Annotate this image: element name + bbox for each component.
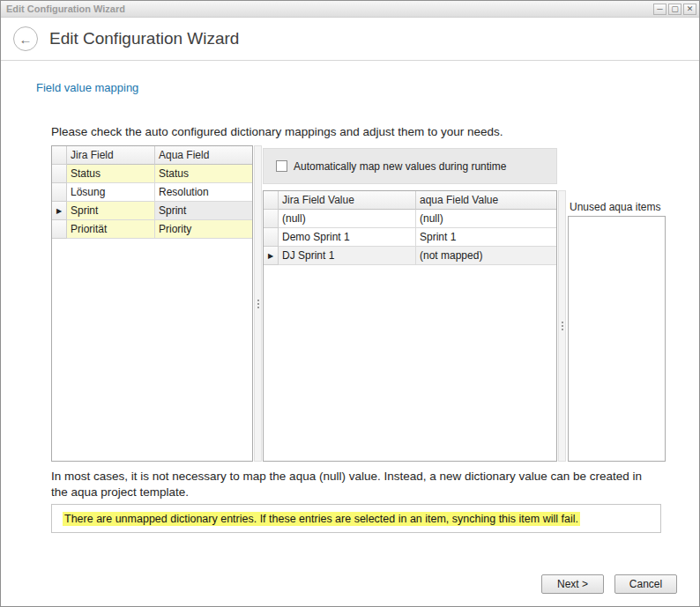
cell-aqua-field[interactable]: Status xyxy=(155,165,252,183)
cell-jira-value[interactable]: (null) xyxy=(279,210,416,228)
titlebar-title: Edit Configuration Wizard xyxy=(6,4,125,14)
table-row[interactable]: Lösung Resolution xyxy=(52,183,252,202)
cell-jira-field[interactable]: Sprint xyxy=(67,202,155,220)
table-row[interactable]: Demo Sprint 1 Sprint 1 xyxy=(264,228,556,247)
cell-aqua-field[interactable]: Resolution xyxy=(155,183,252,202)
runtime-map-checkbox[interactable] xyxy=(276,160,287,172)
next-button[interactable]: Next > xyxy=(541,574,604,594)
titlebar: Edit Configuration Wizard ─ ▢ ✕ xyxy=(1,1,699,18)
runtime-mapping-panel: Automatically map new values during runt… xyxy=(263,148,557,184)
row-marker[interactable] xyxy=(52,220,67,239)
cell-jira-value[interactable]: Demo Sprint 1 xyxy=(279,228,416,247)
row-marker-arrow-icon: ▶ xyxy=(56,207,62,215)
field-table-header: Jira Field Aqua Field xyxy=(52,146,252,165)
back-arrow-icon: ← xyxy=(19,32,33,47)
row-marker[interactable] xyxy=(264,210,279,228)
table-row[interactable]: ▶ DJ Sprint 1 (not mapped) xyxy=(264,247,556,265)
minimize-icon[interactable]: ─ xyxy=(653,4,666,15)
table-row[interactable]: ▶ Sprint Sprint xyxy=(52,202,252,220)
table-row[interactable]: Status Status xyxy=(52,165,252,183)
value-table-header: Jira Field Value aqua Field Value xyxy=(264,191,556,210)
cell-aqua-value[interactable]: (null) xyxy=(416,210,556,228)
note-text: In most cases, it is not necessary to ma… xyxy=(51,469,661,500)
row-header-corner xyxy=(264,191,279,210)
cell-aqua-value[interactable]: Sprint 1 xyxy=(416,228,556,247)
row-marker[interactable] xyxy=(52,165,67,183)
cell-aqua-value[interactable]: (not mapped) xyxy=(416,247,556,265)
warning-box: There are unmapped dictionary entries. I… xyxy=(51,504,661,533)
close-icon[interactable]: ✕ xyxy=(683,4,696,15)
runtime-map-checkbox-label[interactable]: Automatically map new values during runt… xyxy=(294,160,506,173)
vertical-splitter[interactable] xyxy=(254,145,262,462)
wizard-window: Edit Configuration Wizard ─ ▢ ✕ ← Edit C… xyxy=(0,0,700,607)
vertical-splitter[interactable] xyxy=(558,190,566,462)
row-marker[interactable] xyxy=(52,183,67,202)
column-header-jira-field[interactable]: Jira Field xyxy=(67,146,155,165)
back-button[interactable]: ← xyxy=(13,26,38,51)
unused-aqua-items-label: Unused aqua items xyxy=(570,201,660,213)
column-header-aqua-field-value[interactable]: aqua Field Value xyxy=(416,191,556,210)
warning-text: There are unmapped dictionary entries. I… xyxy=(63,512,580,526)
row-marker-arrow-icon: ▶ xyxy=(268,252,273,260)
window-controls: ─ ▢ ✕ xyxy=(653,4,696,15)
value-mapping-table: Jira Field Value aqua Field Value (null)… xyxy=(263,190,557,462)
table-row[interactable]: (null) (null) xyxy=(264,210,556,228)
cell-jira-field[interactable]: Priorität xyxy=(67,220,155,239)
splitter-grip-icon xyxy=(562,322,563,323)
section-title: Field value mapping xyxy=(36,81,138,94)
row-header-corner xyxy=(52,146,67,165)
unused-aqua-items-list[interactable] xyxy=(568,216,666,462)
cell-jira-field[interactable]: Status xyxy=(67,165,155,183)
cancel-button[interactable]: Cancel xyxy=(614,574,677,594)
cell-aqua-field[interactable]: Sprint xyxy=(155,202,252,220)
cell-aqua-field[interactable]: Priority xyxy=(155,220,252,239)
instruction-text: Please check the auto configured diction… xyxy=(51,125,503,138)
cell-jira-value[interactable]: DJ Sprint 1 xyxy=(279,247,416,265)
table-row[interactable]: Priorität Priority xyxy=(52,220,252,239)
wizard-header: ← Edit Configuration Wizard xyxy=(1,18,699,61)
row-marker-current[interactable]: ▶ xyxy=(52,202,67,220)
row-marker[interactable] xyxy=(264,228,279,247)
maximize-icon[interactable]: ▢ xyxy=(668,4,681,15)
splitter-grip-icon xyxy=(257,300,259,301)
page-title: Edit Configuration Wizard xyxy=(49,29,239,48)
field-mapping-table: Jira Field Aqua Field Status Status Lösu… xyxy=(51,145,253,462)
column-header-jira-field-value[interactable]: Jira Field Value xyxy=(279,191,416,210)
column-header-aqua-field[interactable]: Aqua Field xyxy=(155,146,252,165)
row-marker-current[interactable]: ▶ xyxy=(264,247,279,265)
cell-jira-field[interactable]: Lösung xyxy=(67,183,155,202)
